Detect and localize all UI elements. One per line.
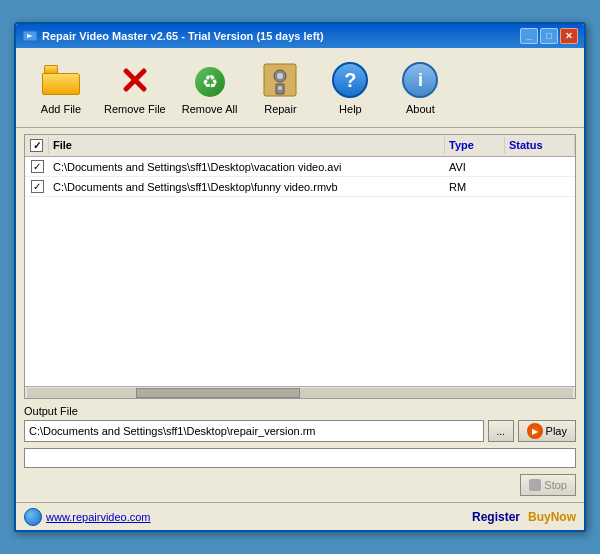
row2-status xyxy=(505,186,575,188)
play-button[interactable]: ▶ Play xyxy=(518,420,576,442)
buynow-button[interactable]: BuyNow xyxy=(528,510,576,524)
file-list[interactable]: File Type Status C:\Documents and Settin… xyxy=(24,134,576,399)
output-path-input[interactable] xyxy=(24,420,484,442)
row1-checkbox[interactable] xyxy=(31,160,44,173)
list-body[interactable]: C:\Documents and Settings\sff1\Desktop\v… xyxy=(25,157,575,386)
title-bar-left: Repair Video Master v2.65 - Trial Versio… xyxy=(22,28,324,44)
header-checkbox[interactable] xyxy=(30,139,43,152)
main-window: Repair Video Master v2.65 - Trial Versio… xyxy=(14,22,586,532)
svg-point-4 xyxy=(277,73,283,79)
title-bar: Repair Video Master v2.65 - Trial Versio… xyxy=(16,24,584,48)
add-file-button[interactable]: Add File xyxy=(26,56,96,119)
status-right: Register BuyNow xyxy=(472,510,576,524)
register-button[interactable]: Register xyxy=(472,510,520,524)
remove-file-label: Remove File xyxy=(104,103,166,115)
help-button[interactable]: ? Help xyxy=(315,56,385,119)
play-label: Play xyxy=(546,425,567,437)
row2-checkbox[interactable] xyxy=(31,180,44,193)
header-type: Type xyxy=(445,137,505,154)
add-file-icon xyxy=(41,60,81,100)
help-icon: ? xyxy=(330,60,370,100)
website-link[interactable]: www.repairvideo.com xyxy=(46,511,151,523)
table-row[interactable]: C:\Documents and Settings\sff1\Desktop\v… xyxy=(25,157,575,177)
stop-icon xyxy=(529,479,541,491)
app-icon xyxy=(22,28,38,44)
header-status: Status xyxy=(505,137,575,154)
horizontal-scrollbar[interactable] xyxy=(25,386,575,398)
stop-button[interactable]: Stop xyxy=(520,474,576,496)
row1-file: C:\Documents and Settings\sff1\Desktop\v… xyxy=(49,160,445,174)
stop-row: Stop xyxy=(24,474,576,496)
progress-bar xyxy=(24,448,576,468)
scrollbar-track[interactable] xyxy=(27,388,573,398)
help-label: Help xyxy=(339,103,362,115)
header-file: File xyxy=(49,137,445,154)
remove-all-label: Remove All xyxy=(182,103,238,115)
window-title: Repair Video Master v2.65 - Trial Versio… xyxy=(42,30,324,42)
toolbar: Add File Remove File ♻ Remove All xyxy=(16,48,584,128)
remove-file-icon xyxy=(115,60,155,100)
row2-type: RM xyxy=(445,180,505,194)
status-left: www.repairvideo.com xyxy=(24,508,151,526)
status-bar: www.repairvideo.com Register BuyNow xyxy=(16,502,584,530)
header-check xyxy=(25,137,49,154)
about-button[interactable]: i About xyxy=(385,56,455,119)
remove-all-icon: ♻ xyxy=(190,60,230,100)
row2-file: C:\Documents and Settings\sff1\Desktop\f… xyxy=(49,180,445,194)
stop-label: Stop xyxy=(544,479,567,491)
close-button[interactable]: ✕ xyxy=(560,28,578,44)
remove-file-button[interactable]: Remove File xyxy=(96,56,174,119)
row1-status xyxy=(505,166,575,168)
row2-check[interactable] xyxy=(25,179,49,194)
globe-icon xyxy=(24,508,42,526)
row1-check[interactable] xyxy=(25,159,49,174)
table-row[interactable]: C:\Documents and Settings\sff1\Desktop\f… xyxy=(25,177,575,197)
content-area: File Type Status C:\Documents and Settin… xyxy=(16,128,584,502)
play-icon: ▶ xyxy=(527,423,543,439)
title-bar-controls: _ □ ✕ xyxy=(520,28,578,44)
svg-point-6 xyxy=(278,86,282,90)
repair-label: Repair xyxy=(264,103,296,115)
repair-button[interactable]: Repair xyxy=(245,56,315,119)
row1-type: AVI xyxy=(445,160,505,174)
repair-icon xyxy=(260,60,300,100)
list-header: File Type Status xyxy=(25,135,575,157)
minimize-button[interactable]: _ xyxy=(520,28,538,44)
output-row: ... ▶ Play xyxy=(24,420,576,442)
about-label: About xyxy=(406,103,435,115)
scrollbar-thumb[interactable] xyxy=(136,388,300,398)
remove-all-button[interactable]: ♻ Remove All xyxy=(174,56,246,119)
add-file-label: Add File xyxy=(41,103,81,115)
browse-button[interactable]: ... xyxy=(488,420,514,442)
maximize-button[interactable]: □ xyxy=(540,28,558,44)
about-icon: i xyxy=(400,60,440,100)
output-label: Output File xyxy=(24,405,576,417)
output-section: Output File ... ▶ Play xyxy=(24,405,576,442)
